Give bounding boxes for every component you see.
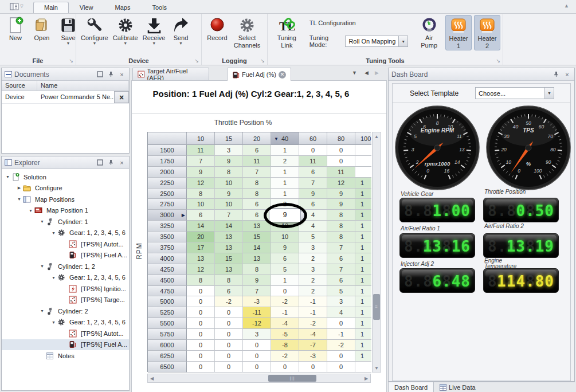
heater-2-button[interactable]: Heater 2 (474, 15, 500, 50)
cell-2750-100[interactable]: 1 (355, 199, 371, 210)
cell-4500-15[interactable]: 8 (215, 275, 243, 286)
cell-2500-10[interactable]: 8 (187, 189, 215, 199)
tree-item-gear-1-2-3-4-5-6[interactable]: ▼Gear: 1, 2, 3, 4, 5, 6 (2, 317, 129, 328)
cell-2250-40[interactable]: 1 (271, 178, 299, 189)
cell-4000-10[interactable]: 13 (187, 253, 215, 264)
tuning-mode-dropdown-arrow[interactable]: ▼ (398, 36, 407, 46)
ribbon-collapse-icon[interactable]: ▲ (564, 3, 569, 9)
vertical-scrollbar-thumb[interactable]: ≡ (373, 294, 380, 320)
cell-1750-10[interactable]: 7 (187, 156, 215, 167)
row-header-4500[interactable]: 4500 (148, 275, 187, 286)
row-header-5500[interactable]: 5500 (148, 318, 187, 329)
cell-4750-40[interactable]: 0 (271, 286, 299, 297)
cell-4750-100[interactable]: 1 (355, 286, 371, 297)
cell-6500-40[interactable]: 0 (271, 362, 299, 373)
receive-button[interactable]: Receive▼ (140, 15, 168, 45)
cell-5500-100[interactable]: 1 (355, 318, 371, 329)
tab-tools[interactable]: Tools (141, 2, 178, 13)
row-header-3250[interactable]: 3250 (148, 221, 187, 232)
cell-5750-20[interactable]: 3 (243, 329, 271, 340)
tree-item-solution[interactable]: ▼Solution (2, 171, 129, 183)
cell-3500-80[interactable]: 8 (327, 232, 355, 242)
cell-5500-40[interactable]: -4 (271, 318, 299, 329)
cell-6000-15[interactable]: 0 (215, 340, 243, 351)
tree-item-map-position-1[interactable]: ▼Map Position 1 (2, 205, 129, 217)
document-row[interactable]: Device Power Commander 5 Ne... × (2, 91, 129, 104)
cell-6500-15[interactable]: 0 (215, 362, 243, 373)
cell-2250-60[interactable]: 7 (299, 178, 327, 189)
tuning-link-button[interactable]: TL Tuning Link (270, 15, 304, 49)
cell-1500-10[interactable]: 11 (187, 145, 215, 156)
tree-item-cylinder-1-2[interactable]: ▼Cylinder: 1, 2 (2, 261, 129, 272)
cell-4750-20[interactable]: 7 (243, 286, 271, 297)
maximize-icon[interactable] (96, 158, 104, 167)
tab-live-data[interactable]: Live Data (434, 382, 481, 392)
template-dropdown[interactable]: Choose... ▼ (475, 87, 554, 99)
cell-6250-10[interactable]: 0 (187, 351, 215, 362)
cell-5750-100[interactable]: 1 (355, 329, 371, 340)
configure-button[interactable]: Configure▼ (79, 15, 111, 45)
tree-item-tps-ignitio[interactable]: [TPS%] Ignitio... (2, 283, 129, 295)
cell-5500-60[interactable]: -2 (299, 318, 327, 329)
horizontal-scrollbar-thumb[interactable]: ||| (268, 375, 316, 382)
cell-2250-80[interactable]: 12 (327, 178, 355, 189)
cell-1750-80[interactable]: 0 (327, 156, 355, 167)
cell-6250-60[interactable]: -3 (299, 351, 327, 362)
tree-item-gear-1-2-3-4-5-6[interactable]: ▼Gear: 1, 2, 3, 4, 5, 6 (2, 228, 129, 239)
tree-item-tps-autot[interactable]: [TPS%] Autot... (2, 238, 129, 250)
cell-5750-80[interactable]: -1 (327, 329, 355, 340)
cell-3250-15[interactable]: 14 (215, 221, 243, 232)
cell-5000-80[interactable]: 3 (327, 296, 355, 307)
cell-2500-20[interactable]: 8 (243, 189, 271, 199)
open-button[interactable]: Open (29, 15, 55, 42)
configure-dropdown-arrow[interactable]: ▼ (92, 42, 96, 45)
cell-5750-60[interactable]: -4 (299, 329, 327, 340)
expander-open-icon[interactable]: ▼ (50, 320, 57, 324)
cell-3750-80[interactable]: 7 (327, 242, 355, 253)
cell-4250-60[interactable]: 3 (299, 264, 327, 275)
column-header-10[interactable]: 10 (187, 132, 215, 145)
cell-4000-60[interactable]: 2 (299, 253, 327, 264)
new-button[interactable]: New (2, 15, 29, 42)
cell-4500-10[interactable]: 8 (187, 275, 215, 286)
cell-5000-15[interactable]: -2 (215, 296, 243, 307)
calibrate-dropdown-arrow[interactable]: ▼ (123, 42, 127, 45)
cell-4500-20[interactable]: 9 (243, 275, 271, 286)
column-header-80[interactable]: 80 (327, 132, 355, 145)
row-header-2750[interactable]: 2750 (148, 199, 187, 210)
cell-4500-100[interactable]: 1 (355, 275, 371, 286)
close-icon[interactable]: × (563, 70, 571, 79)
cell-4000-100[interactable]: 1 (355, 253, 371, 264)
cell-2250-100[interactable]: 1 (355, 178, 371, 189)
cell-3750-20[interactable]: 14 (243, 242, 271, 253)
cell-6000-80[interactable]: -2 (327, 340, 355, 351)
cell-1500-60[interactable]: 0 (299, 145, 327, 156)
tab-fuel-adj[interactable]: Fuel Adj (%) ✕ (227, 68, 291, 81)
maximize-icon[interactable] (96, 70, 104, 79)
column-header-name[interactable]: Name (37, 81, 129, 91)
cell-6000-20[interactable]: 0 (243, 340, 271, 351)
tree-item-cylinder-2[interactable]: ▼Cylinder: 2 (2, 305, 129, 317)
cell-6250-20[interactable]: 0 (243, 351, 271, 362)
cell-3750-60[interactable]: 3 (299, 242, 327, 253)
cell-2000-20[interactable]: 7 (243, 167, 271, 178)
cell-6000-10[interactable]: 0 (187, 340, 215, 351)
cell-2500-60[interactable]: 9 (299, 189, 327, 199)
column-header-60[interactable]: 60 (299, 132, 327, 145)
expander-open-icon[interactable]: ▼ (4, 175, 11, 179)
cell-4750-80[interactable]: 5 (327, 286, 355, 297)
row-header-6250[interactable]: 6250 (148, 351, 187, 362)
cell-4000-40[interactable]: 6 (271, 253, 299, 264)
quick-access-toolbar[interactable]: ▽ (0, 0, 33, 13)
cell-5250-100[interactable]: 1 (355, 307, 371, 318)
row-header-2500[interactable]: 2500 (148, 189, 187, 199)
row-header-2000[interactable]: 2000 (148, 167, 187, 178)
cell-4250-15[interactable]: 13 (215, 264, 243, 275)
cell-4250-10[interactable]: 12 (187, 264, 215, 275)
tree-item-configure[interactable]: ▶Configure (2, 183, 129, 194)
cell-2000-60[interactable]: 6 (299, 167, 327, 178)
cell-5000-40[interactable]: -2 (271, 296, 299, 307)
column-header-source[interactable]: Source (2, 81, 37, 91)
row-header-5250[interactable]: 5250 (148, 307, 187, 318)
tree-item-map-positions[interactable]: ▼Map Positions (2, 194, 129, 205)
